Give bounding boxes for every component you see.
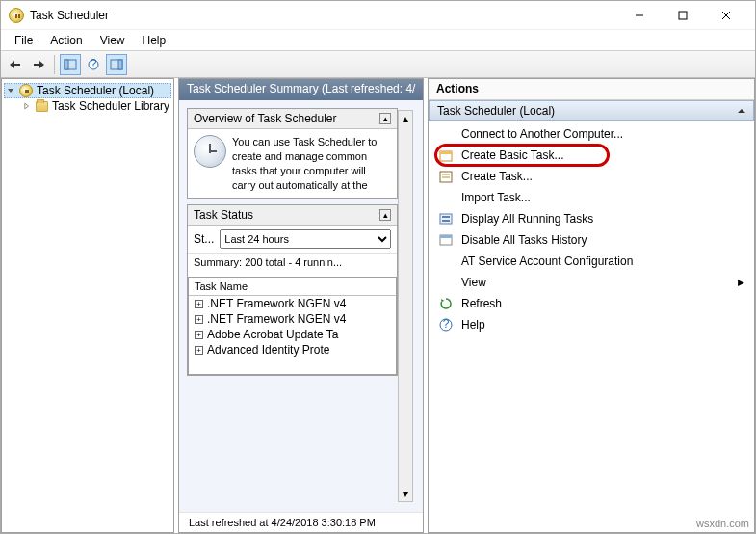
nav-forward-button[interactable] xyxy=(28,54,49,75)
svg-rect-11 xyxy=(118,60,122,69)
expand-icon[interactable]: + xyxy=(195,315,203,324)
scroll-down-icon[interactable]: ▾ xyxy=(399,486,412,501)
toolbar: ? xyxy=(1,51,755,78)
running-tasks-icon xyxy=(438,211,454,227)
tree-library-label: Task Scheduler Library xyxy=(52,99,169,113)
expand-icon[interactable]: + xyxy=(195,346,203,355)
show-hide-action-pane-button[interactable] xyxy=(106,54,127,75)
action-create-task[interactable]: Create Task... xyxy=(429,166,754,187)
menu-view[interactable]: View xyxy=(92,32,133,49)
actions-pane: Actions Task Scheduler (Local) Connect t… xyxy=(428,78,755,533)
actions-group-header[interactable]: Task Scheduler (Local) xyxy=(429,100,754,121)
action-connect[interactable]: Connect to Another Computer... xyxy=(429,123,754,145)
task-row[interactable]: +.NET Framework NGEN v4 xyxy=(189,311,396,327)
overview-text: You can use Task Scheduler to create and… xyxy=(232,135,391,192)
action-at-service[interactable]: AT Service Account Configuration xyxy=(429,251,754,272)
svg-rect-1 xyxy=(679,12,687,19)
menu-action[interactable]: Action xyxy=(42,32,90,49)
disable-history-icon xyxy=(438,232,454,248)
svg-rect-17 xyxy=(440,214,452,224)
action-create-basic-task[interactable]: Create Basic Task... xyxy=(429,145,754,166)
titlebar: Task Scheduler xyxy=(1,1,755,30)
folder-icon xyxy=(36,101,48,112)
action-disable-history[interactable]: Disable All Tasks History xyxy=(429,229,754,251)
clock-icon xyxy=(19,84,33,97)
close-button[interactable] xyxy=(704,2,747,29)
svg-rect-7 xyxy=(65,60,68,69)
menu-help[interactable]: Help xyxy=(135,32,174,49)
status-range-select[interactable]: Last 24 hours xyxy=(220,229,391,249)
svg-rect-21 xyxy=(440,235,452,238)
tree-root[interactable]: Task Scheduler (Local) xyxy=(4,83,171,98)
watermark: wsxdn.com xyxy=(696,518,749,529)
svg-text:?: ? xyxy=(443,318,450,331)
app-icon xyxy=(9,8,24,23)
action-refresh[interactable]: Refresh xyxy=(429,293,754,314)
tree-root-label: Task Scheduler (Local) xyxy=(37,84,154,97)
clock-icon xyxy=(194,135,226,168)
minimize-button[interactable] xyxy=(617,2,661,29)
expand-icon[interactable]: + xyxy=(195,331,203,339)
help-button[interactable]: ? xyxy=(83,54,104,75)
toolbar-separator xyxy=(54,55,55,74)
task-row[interactable]: +Advanced Identity Prote xyxy=(189,342,396,358)
help-icon: ? xyxy=(438,317,454,333)
collapse-icon[interactable]: ▴ xyxy=(379,113,391,124)
caret-down-icon xyxy=(6,86,15,95)
svg-rect-18 xyxy=(442,216,450,218)
create-task-icon xyxy=(438,169,454,184)
action-view[interactable]: View ▶ xyxy=(429,272,754,293)
svg-rect-13 xyxy=(440,151,452,154)
maximize-button[interactable] xyxy=(661,2,704,29)
chevron-right-icon: ▶ xyxy=(738,278,744,287)
main-area: Task Scheduler (Local) Task Scheduler Li… xyxy=(1,78,755,533)
svg-rect-19 xyxy=(442,220,450,222)
svg-text:?: ? xyxy=(91,59,97,70)
status-summary: Summary: 200 total - 4 runnin... xyxy=(188,253,397,271)
task-row[interactable]: +.NET Framework NGEN v4 xyxy=(189,296,396,311)
summary-header: Task Scheduler Summary (Last refreshed: … xyxy=(179,79,423,100)
nav-back-button[interactable] xyxy=(5,54,26,75)
taskname-column[interactable]: Task Name xyxy=(189,278,396,296)
task-status-title: Task Status xyxy=(194,208,253,222)
collapse-icon[interactable]: ▴ xyxy=(379,209,391,221)
show-hide-console-tree-button[interactable] xyxy=(60,54,81,75)
action-import-task[interactable]: Import Task... xyxy=(429,187,754,208)
task-row[interactable]: +Adobe Acrobat Update Ta xyxy=(189,327,396,342)
refresh-icon xyxy=(438,296,454,311)
actions-title: Actions xyxy=(429,79,754,100)
scrollbar[interactable]: ▴ ▾ xyxy=(398,110,413,502)
scroll-up-icon[interactable]: ▴ xyxy=(399,111,412,126)
expand-icon[interactable]: + xyxy=(195,300,203,308)
menubar: File Action View Help xyxy=(1,30,755,51)
action-display-running[interactable]: Display All Running Tasks xyxy=(429,208,754,229)
overview-title: Overview of Task Scheduler xyxy=(194,112,337,125)
window-title: Task Scheduler xyxy=(30,9,617,22)
tree-pane: Task Scheduler (Local) Task Scheduler Li… xyxy=(1,78,174,533)
create-basic-icon xyxy=(438,147,454,163)
svg-rect-4 xyxy=(14,64,20,66)
action-help[interactable]: ? Help xyxy=(429,314,754,335)
last-refreshed: Last refreshed at 4/24/2018 3:30:18 PM xyxy=(179,512,423,532)
caret-right-icon xyxy=(22,101,31,111)
summary-pane: Task Scheduler Summary (Last refreshed: … xyxy=(178,78,424,533)
tree-library[interactable]: Task Scheduler Library xyxy=(4,98,171,114)
svg-rect-5 xyxy=(34,64,39,66)
status-label: St... xyxy=(194,232,214,246)
menu-file[interactable]: File xyxy=(7,32,40,49)
caret-up-icon xyxy=(738,109,745,113)
